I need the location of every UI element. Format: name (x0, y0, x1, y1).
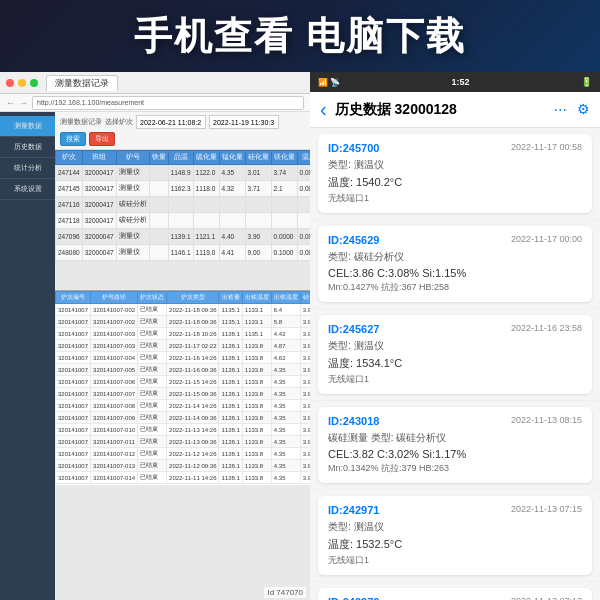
table-cell: 32000417 (82, 213, 116, 229)
card-value: CEL:3.86 C:3.08% Si:1.15% (328, 267, 582, 279)
browser-chrome: 测量数据记录 (0, 72, 310, 94)
table-cell: 0.0000 (297, 181, 310, 197)
table-header-cell: 铁量 (149, 151, 168, 165)
settings-icon[interactable]: ⚙ (577, 101, 590, 119)
table2-cell: 1128.1 (219, 436, 242, 448)
table2-cell: 已结束 (138, 388, 167, 400)
table-cell: 碳硅分析 (116, 213, 149, 229)
table2-header-row: 炉次编号炉号路径炉次状态炉次类型出铁量出铁温度出铁温度硅含量锰含量铁水量备注量测… (56, 292, 311, 304)
table-row: 24709632000047测量仪1139.11121.14.403.900.0… (56, 229, 311, 245)
table-cell (297, 197, 310, 213)
table-cell: 32000417 (82, 165, 116, 181)
table2-cell: 2022-11-14 09:36 (167, 412, 219, 424)
card-header: ID:2430182022-11-13 08:15 (328, 415, 582, 427)
table2-cell: 已结束 (138, 460, 167, 472)
table2-cell: 1128.1 (219, 412, 242, 424)
table2-cell: 320141007 (56, 364, 91, 376)
data-card[interactable]: ID:2429712022-11-13 07:15类型: 测温仪温度: 1532… (318, 496, 592, 575)
table2-cell: 3.98 (300, 448, 310, 460)
table2-body: 320141007320141007-002已结束2022-11-18 09:3… (56, 304, 311, 484)
table-cell: 247116 (56, 197, 83, 213)
card-date: 2022-11-17 00:00 (511, 234, 582, 244)
data-card[interactable]: ID:2456272022-11-16 23:58类型: 测温仪温度: 1534… (318, 315, 592, 394)
table-cell (245, 197, 271, 213)
table2-cell: 1133.8 (242, 412, 271, 424)
table2-header-cell: 炉次编号 (56, 292, 91, 304)
card-divider (310, 489, 600, 490)
phone-nav-bar: ‹ 历史数据 32000128 ··· ⚙ (310, 92, 600, 127)
table-cell: 247144 (56, 165, 83, 181)
table2-cell: 320141007-010 (91, 424, 138, 436)
more-icon[interactable]: ··· (554, 101, 567, 119)
table2-cell: 4.62 (271, 352, 300, 364)
table-cell: 0.0000 (297, 229, 310, 245)
phone-title: 历史数据 32000128 (335, 101, 546, 119)
table2-row: 320141007320141007-012已结束2022-11-12 14:2… (56, 448, 311, 460)
table-cell: 9.00 (245, 245, 271, 261)
table2-cell: 1133.8 (242, 340, 271, 352)
address-input[interactable]: http://192.168.1.100/measurement (32, 96, 304, 110)
card-id: ID:242971 (328, 504, 379, 516)
browser-dot-green[interactable] (30, 79, 38, 87)
table2-cell: 4.35 (271, 412, 300, 424)
table2-header-cell: 炉号路径 (91, 292, 138, 304)
table-cell: 3.74 (271, 165, 297, 181)
table-cell (193, 197, 219, 213)
table2-cell: 4.35 (271, 424, 300, 436)
search-button[interactable]: 搜索 (60, 132, 86, 146)
end-date-input[interactable] (209, 115, 279, 129)
table-header-row: 炉次班组炉号铁量品温硫化量锰化量硅化量镁化量温度测试站测温站操作 (56, 151, 311, 165)
card-sub-values: 无线端口1 (328, 373, 582, 386)
table-cell (219, 213, 245, 229)
table2-cell: 4.35 (271, 460, 300, 472)
table2-cell: 320141007 (56, 448, 91, 460)
table2-cell: 已结束 (138, 472, 167, 484)
sidebar-item-history[interactable]: 历史数据 (0, 137, 55, 158)
table-cell: 247118 (56, 213, 83, 229)
data-card[interactable]: ID:2430182022-11-13 08:15碳硅测量 类型: 碳硅分析仪C… (318, 407, 592, 483)
table2-cell: 1128.1 (219, 472, 242, 484)
table2-cell: 320141007-003 (91, 340, 138, 352)
table2-cell: 3.98 (300, 364, 310, 376)
table2-cell: 320141007-007 (91, 388, 138, 400)
card-header: ID:2456272022-11-16 23:58 (328, 323, 582, 335)
start-date-input[interactable] (136, 115, 206, 129)
card-type: 类型: 测温仪 (328, 158, 582, 172)
data-card[interactable]: ID:2429702022-11-13 07:13碳硅测量 类型: 碳硅分析仪C… (318, 588, 592, 600)
export-button[interactable]: 导出 (89, 132, 115, 146)
table2-cell: 320141007-004 (91, 352, 138, 364)
status-icons: 🔋 (581, 77, 592, 87)
table2-cell: 1128.1 (219, 448, 242, 460)
browser-dot-yellow[interactable] (18, 79, 26, 87)
sidebar-item-measurement[interactable]: 测量数据 (0, 116, 55, 137)
table-cell (219, 197, 245, 213)
table-cell: 3.90 (245, 229, 271, 245)
table2-cell: 1128.1 (219, 352, 242, 364)
sidebar-item-stats[interactable]: 统计分析 (0, 158, 55, 179)
table2-cell: 3.98 (300, 412, 310, 424)
filter-label: 选择炉次 (105, 117, 133, 127)
table2-header-cell: 炉次类型 (167, 292, 219, 304)
table2: 炉次编号炉号路径炉次状态炉次类型出铁量出铁温度出铁温度硅含量锰含量铁水量备注量测… (55, 291, 310, 484)
table2-cell: 3.98 (300, 388, 310, 400)
table2-cell: 320141007-002 (91, 316, 138, 328)
table-cell: 1119.0 (193, 245, 219, 261)
table2-cell: 已结束 (138, 400, 167, 412)
table-cell (149, 197, 168, 213)
browser-tab[interactable]: 测量数据记录 (46, 75, 118, 91)
table2-cell: 1133.8 (242, 364, 271, 376)
toolbar: 测量数据记录 选择炉次 搜索 导出 (55, 112, 310, 150)
sidebar-item-settings[interactable]: 系统设置 (0, 179, 55, 200)
data-card[interactable]: ID:2456292022-11-17 00:00类型: 碳硅分析仪CEL:3.… (318, 226, 592, 302)
card-header: ID:2456292022-11-17 00:00 (328, 234, 582, 246)
table-header-cell: 硫化量 (193, 151, 219, 165)
table2-cell: 320141007-009 (91, 412, 138, 424)
table2-header-cell: 硅含量 (300, 292, 310, 304)
table2-cell: 2022-11-12 09:36 (167, 460, 219, 472)
status-time: 1:52 (452, 77, 470, 87)
browser-dot-red[interactable] (6, 79, 14, 87)
table2-row: 320141007320141007-009已结束2022-11-14 09:3… (56, 412, 311, 424)
card-id: ID:243018 (328, 415, 379, 427)
back-button[interactable]: ‹ (320, 98, 327, 121)
data-card[interactable]: ID:2457002022-11-17 00:58类型: 测温仪温度: 1540… (318, 134, 592, 213)
